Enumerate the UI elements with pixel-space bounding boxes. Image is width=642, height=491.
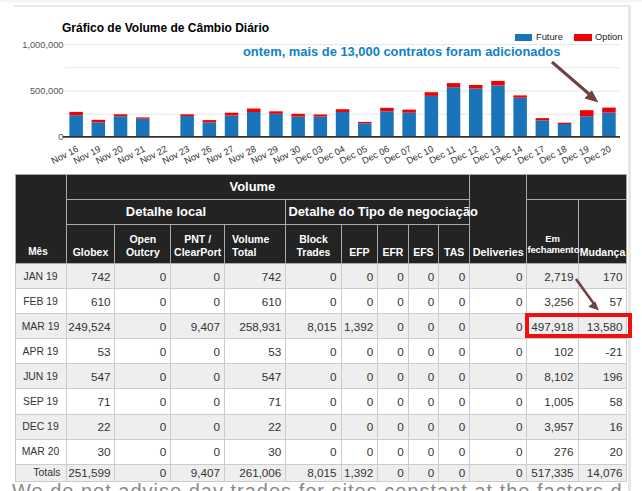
svg-text:500,000: 500,000: [30, 86, 64, 96]
svg-text:0: 0: [58, 132, 63, 142]
svg-text:1,000,000: 1,000,000: [22, 40, 63, 50]
